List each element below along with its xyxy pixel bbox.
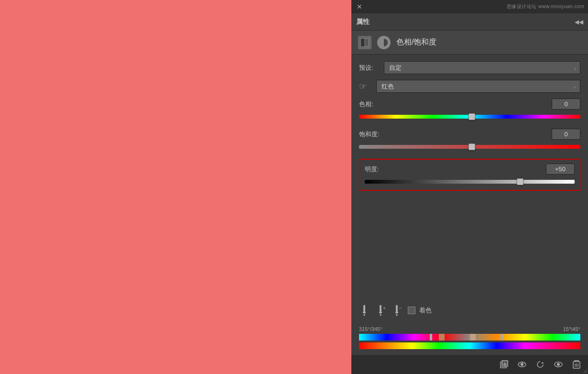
watermark-text: 思缘设计论坛 www.missyuan.com xyxy=(507,3,584,10)
lightness-slider-track-container[interactable] xyxy=(365,177,575,186)
svg-marker-21 xyxy=(541,362,544,363)
eyedropper-button[interactable] xyxy=(359,304,371,317)
lightness-section-highlighted: 明度: xyxy=(359,159,580,191)
saturation-slider-track-container[interactable] xyxy=(359,143,580,151)
range-bar-2-container[interactable] xyxy=(359,342,580,349)
svg-point-20 xyxy=(521,363,523,366)
svg-rect-12 xyxy=(395,312,398,313)
preset-select[interactable]: 自定 默认 xyxy=(384,61,580,74)
eyedropper-row: + − 着色 xyxy=(359,304,580,317)
svg-marker-13 xyxy=(396,313,398,316)
hand-icon[interactable]: ☞ xyxy=(359,81,367,92)
saturation-section: 饱和度: xyxy=(359,129,580,151)
lightness-track[interactable] xyxy=(365,180,575,184)
panel-title: 属性 xyxy=(356,18,370,26)
delete-button[interactable] xyxy=(570,358,583,371)
svg-rect-5 xyxy=(363,312,366,313)
range-marker-2[interactable] xyxy=(439,334,445,341)
svg-point-23 xyxy=(557,363,560,366)
eyedropper-plus-button[interactable]: + xyxy=(375,304,388,317)
adjustment-title: 色相/饱和度 xyxy=(396,37,436,47)
new-layer-button[interactable] xyxy=(497,358,511,371)
saturation-thumb[interactable] xyxy=(468,143,475,150)
panel-collapse-icon[interactable]: ◀◀ xyxy=(575,19,583,25)
range-marker-1[interactable] xyxy=(430,334,432,341)
bottom-toolbar xyxy=(351,355,588,374)
bottom-tools: + − 着色 xyxy=(351,304,588,321)
saturation-track[interactable] xyxy=(359,145,580,149)
layer-mask-icon[interactable] xyxy=(358,36,371,49)
saturation-value-input[interactable] xyxy=(552,129,580,140)
panel-title-bar: 属性 ◀◀ xyxy=(351,13,588,31)
channel-row: ☞ 红色 全图 黄色 绿色 青色 蓝色 洋红 ⬦ xyxy=(359,80,580,93)
eye-button[interactable] xyxy=(552,358,565,371)
svg-rect-4 xyxy=(363,305,365,312)
adjustment-header: 色相/饱和度 xyxy=(351,31,588,55)
close-button[interactable]: ✕ xyxy=(355,2,364,11)
range-marker-4[interactable] xyxy=(501,334,503,341)
svg-text:−: − xyxy=(399,306,402,311)
range-bar-2 xyxy=(359,342,580,349)
channel-select-container: 红色 全图 黄色 绿色 青色 蓝色 洋红 ⬦ xyxy=(376,80,580,93)
range-right-label: 15°\45° xyxy=(563,326,580,332)
lightness-label: 明度: xyxy=(365,165,379,174)
channel-select[interactable]: 红色 全图 黄色 绿色 青色 蓝色 洋红 xyxy=(376,80,580,93)
colorize-label: 着色 xyxy=(419,306,432,315)
range-marker-3[interactable] xyxy=(470,334,476,341)
canvas-area xyxy=(0,0,351,374)
range-bar-1-container[interactable] xyxy=(359,334,580,341)
svg-marker-6 xyxy=(363,313,365,316)
svg-line-33 xyxy=(586,372,587,373)
visibility-button[interactable] xyxy=(515,358,529,371)
preset-select-container: 自定 默认 ⬦ xyxy=(384,61,580,74)
preset-row: 预设: 自定 默认 ⬦ xyxy=(359,61,580,74)
resize-handle[interactable] xyxy=(582,368,588,374)
svg-rect-7 xyxy=(380,305,381,312)
hue-track[interactable] xyxy=(359,115,580,119)
svg-rect-11 xyxy=(396,305,398,312)
svg-text:+: + xyxy=(383,306,386,311)
panel-icons: ◀◀ xyxy=(575,19,583,25)
lightness-value-input[interactable] xyxy=(546,164,575,175)
hue-value-input[interactable] xyxy=(552,99,580,110)
hue-slider-track-container[interactable] xyxy=(359,112,580,121)
panel-content: 预设: 自定 默认 ⬦ ☞ 红色 全图 黄色 绿色 青色 xyxy=(351,55,588,304)
colorize-checkbox[interactable] xyxy=(408,307,415,314)
hand-icon-area: ☞ xyxy=(359,81,376,92)
saturation-label: 饱和度: xyxy=(359,130,380,139)
svg-marker-9 xyxy=(380,313,381,316)
hue-thumb[interactable] xyxy=(468,113,475,120)
adjustment-circle-icon[interactable] xyxy=(377,36,391,49)
properties-panel: ✕ 思缘设计论坛 www.missyuan.com 属性 ◀◀ 色相/饱和度 xyxy=(351,0,588,374)
svg-rect-8 xyxy=(379,312,382,313)
top-bar: ✕ 思缘设计论坛 www.missyuan.com xyxy=(351,0,588,13)
hue-label: 色相: xyxy=(359,100,373,109)
lightness-header: 明度: xyxy=(365,164,575,175)
svg-rect-1 xyxy=(361,39,365,46)
range-left-label: 315°/345° xyxy=(359,326,382,332)
reset-button[interactable] xyxy=(534,358,547,371)
range-label-row: 315°/345° 15°\45° xyxy=(359,326,580,332)
eyedropper-minus-button[interactable]: − xyxy=(392,304,404,317)
lightness-thumb[interactable] xyxy=(517,178,523,185)
saturation-header: 饱和度: xyxy=(359,129,580,140)
hue-header: 色相: xyxy=(359,99,580,110)
range-section: 315°/345° 15°\45° xyxy=(351,326,588,351)
preset-label: 预设: xyxy=(359,64,384,72)
hue-section: 色相: xyxy=(359,99,580,121)
